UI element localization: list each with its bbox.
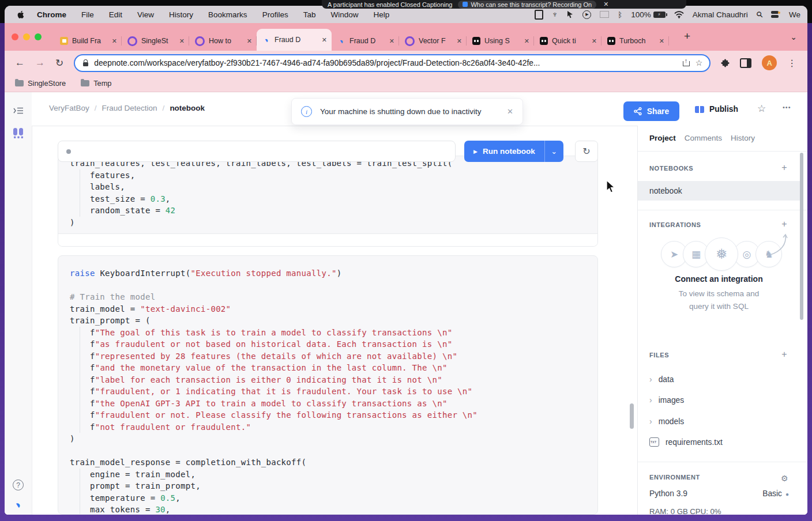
tab-close-icon[interactable]: ✕ bbox=[247, 37, 252, 45]
close-window-button[interactable] bbox=[12, 33, 18, 40]
battery-percent: 100% bbox=[631, 10, 651, 19]
screen-mirroring-icon[interactable] bbox=[600, 11, 609, 18]
tab-turboch[interactable]: Turboch✕ bbox=[602, 31, 669, 51]
side-panel-icon[interactable] bbox=[740, 58, 751, 68]
sidebar-tab-comments[interactable]: Comments bbox=[685, 134, 722, 142]
bookmark-star-icon[interactable]: ☆ bbox=[696, 58, 703, 67]
reload-button[interactable]: ↻ bbox=[55, 57, 63, 69]
menu-help[interactable]: Help bbox=[373, 10, 389, 19]
breadcrumb-workspace[interactable]: VeryFatBoy bbox=[49, 104, 89, 112]
url-text[interactable]: deepnote.com/workspace/veryfatboy-2f930b… bbox=[94, 59, 676, 67]
menubar-username[interactable]: Akmal Chaudhri bbox=[693, 10, 748, 19]
wifi-icon[interactable] bbox=[674, 11, 684, 18]
tab-close-icon[interactable]: ✕ bbox=[389, 37, 394, 45]
tab-close-icon[interactable]: ✕ bbox=[659, 37, 664, 45]
menubar-utility-icon[interactable]: ♆ bbox=[552, 10, 558, 19]
tab-how-to[interactable]: How to ✕ bbox=[189, 31, 257, 51]
notebook-scrollbar-thumb[interactable] bbox=[630, 403, 634, 429]
run-options-chevron[interactable]: ⌄ bbox=[544, 141, 563, 162]
sidebar-tab-history[interactable]: History bbox=[731, 134, 755, 142]
url-bar[interactable]: deepnote.com/workspace/veryfatboy-2f930b… bbox=[74, 54, 710, 72]
playback-status-icon[interactable]: ▶ bbox=[582, 10, 591, 19]
apple-logo-icon[interactable] bbox=[16, 10, 25, 19]
deepnote-logo-icon[interactable]: ◗ bbox=[5, 492, 33, 515]
new-tab-button[interactable]: + bbox=[684, 30, 690, 43]
menu-history[interactable]: History bbox=[169, 10, 193, 19]
forward-button[interactable]: → bbox=[35, 57, 45, 69]
menu-profiles[interactable]: Profiles bbox=[262, 10, 288, 19]
menu-tab[interactable]: Tab bbox=[303, 10, 316, 19]
menu-file[interactable]: File bbox=[81, 10, 94, 19]
tab-close-icon[interactable]: ✕ bbox=[457, 37, 462, 45]
sidebar-scrollbar-thumb[interactable] bbox=[800, 153, 803, 320]
maximize-window-button[interactable] bbox=[35, 33, 42, 40]
menubar-clock[interactable]: We bbox=[789, 10, 800, 19]
restart-machine-button[interactable]: ↻ bbox=[575, 141, 598, 162]
lock-icon[interactable] bbox=[83, 62, 88, 66]
spotlight-search-icon[interactable]: ⚲ bbox=[754, 9, 765, 20]
sidebar-tab-project[interactable]: Project bbox=[649, 134, 676, 142]
tab-close-icon[interactable]: ✕ bbox=[322, 36, 327, 44]
code-cell-train-prompt[interactable]: raise KeyboardInterrupt("Execution stopp… bbox=[58, 255, 598, 515]
run-notebook-button[interactable]: ▶Run notebook ⌄ bbox=[464, 141, 563, 162]
environment-settings-gear-icon[interactable]: ⚙ bbox=[781, 474, 788, 483]
menu-edit[interactable]: Edit bbox=[109, 10, 122, 19]
environment-tier[interactable]: Basic● bbox=[638, 489, 789, 498]
tab-close-icon[interactable]: ✕ bbox=[112, 37, 117, 45]
project-menu-dots[interactable]: ••• bbox=[783, 104, 791, 111]
screen-share-cursor-icon[interactable] bbox=[566, 10, 574, 18]
tab-overflow-chevron-icon[interactable]: ⌄ bbox=[790, 32, 797, 41]
tab-fraud-detection-active[interactable]: ◗Fraud D✕ bbox=[257, 29, 332, 51]
share-button[interactable]: Share bbox=[623, 101, 679, 121]
folder-row-images[interactable]: ›images bbox=[649, 395, 684, 405]
tab-vector[interactable]: Vector F✕ bbox=[399, 31, 467, 51]
menubar-app-icon[interactable] bbox=[535, 10, 543, 20]
battery-status[interactable]: 100% ⚡ bbox=[631, 10, 666, 19]
back-button[interactable]: ← bbox=[15, 57, 25, 69]
file-row-requirements[interactable]: requirements.txt bbox=[649, 437, 723, 447]
publish-button[interactable]: Publish bbox=[695, 105, 738, 114]
integration-icons[interactable]: ➤ ▦ ❅ ◎ ♞ bbox=[661, 237, 777, 271]
workspace-logo-icon[interactable] bbox=[5, 127, 32, 142]
block-add-bar[interactable] bbox=[58, 141, 456, 162]
banner-close-icon[interactable]: ✕ bbox=[603, 1, 608, 8]
favorite-star-icon[interactable]: ☆ bbox=[757, 103, 766, 115]
extensions-icon[interactable] bbox=[721, 59, 730, 67]
add-file-button[interactable]: + bbox=[780, 349, 789, 360]
share-page-icon[interactable] bbox=[683, 59, 690, 67]
code-editor[interactable]: raise KeyboardInterrupt("Execution stopp… bbox=[58, 256, 597, 515]
folder-row-models[interactable]: ›models bbox=[649, 417, 684, 426]
menu-window[interactable]: Window bbox=[330, 10, 358, 19]
transcript-pill[interactable]: Who can see this transcript? Recording O… bbox=[458, 1, 596, 9]
bluetooth-icon[interactable]: ᛒ bbox=[618, 10, 622, 19]
tab-build-fra[interactable]: Build Fra✕ bbox=[54, 31, 122, 51]
code-cell-train-test-split[interactable]: train_features, test_features, train_lab… bbox=[58, 156, 598, 247]
tab-fraud-detection-2[interactable]: ◗Fraud D✕ bbox=[332, 31, 399, 51]
bookmark-folder-singlestore[interactable]: SingleStore bbox=[15, 79, 66, 88]
tab-close-icon[interactable]: ✕ bbox=[592, 37, 597, 45]
bookmark-folder-temp[interactable]: Temp bbox=[81, 79, 111, 88]
menu-view[interactable]: View bbox=[137, 10, 154, 19]
control-center-icon[interactable] bbox=[771, 11, 780, 18]
chrome-menu-icon[interactable]: ⋮ bbox=[787, 58, 797, 69]
breadcrumb-notebook[interactable]: notebook bbox=[170, 104, 205, 112]
tab-singlestore[interactable]: SingleSt✕ bbox=[122, 31, 189, 51]
breadcrumb: VeryFatBoy / Fraud Detection / notebook bbox=[49, 104, 205, 112]
tab-close-icon[interactable]: ✕ bbox=[524, 37, 529, 45]
add-integration-button[interactable]: + bbox=[780, 219, 789, 229]
minimize-window-button[interactable] bbox=[23, 33, 30, 40]
tab-quick-tip[interactable]: Quick ti✕ bbox=[534, 31, 602, 51]
add-notebook-button[interactable]: + bbox=[780, 163, 789, 173]
browser-profile-avatar[interactable]: A bbox=[762, 55, 777, 70]
breadcrumb-project[interactable]: Fraud Detection bbox=[102, 104, 157, 112]
sidebar-item-notebook[interactable]: notebook bbox=[638, 181, 800, 201]
folder-row-data[interactable]: ›data bbox=[649, 375, 674, 384]
tab-using-s[interactable]: Using S✕ bbox=[467, 31, 534, 51]
code-editor[interactable]: train_features, test_features, train_lab… bbox=[58, 156, 597, 228]
menu-bookmarks[interactable]: Bookmarks bbox=[208, 10, 247, 19]
menu-chrome[interactable]: Chrome bbox=[37, 10, 66, 19]
collapse-sidebar-icon[interactable] bbox=[5, 107, 32, 117]
toast-close-icon[interactable]: ✕ bbox=[507, 107, 513, 116]
help-icon[interactable]: ? bbox=[5, 480, 32, 490]
tab-close-icon[interactable]: ✕ bbox=[179, 37, 185, 45]
